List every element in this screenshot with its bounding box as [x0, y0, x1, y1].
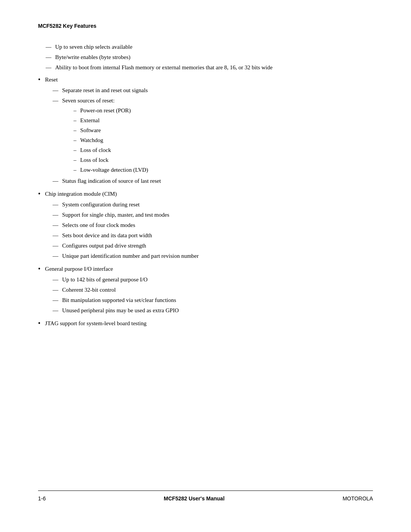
dash-short-icon: – — [73, 165, 76, 174]
main-content: — Up to seven chip selects available — B… — [38, 41, 373, 490]
list-item: — Bit manipulation supported via set/cle… — [53, 296, 179, 305]
dash-item-text: Configures output pad drive strength — [62, 241, 146, 250]
dash-icon: — — [53, 176, 58, 185]
list-item: — Support for single chip, master, and t… — [53, 210, 199, 219]
dash-short-item-text: Watchdog — [80, 136, 103, 145]
list-item: — Up to seven chip selects available — [46, 42, 373, 51]
dash-icon: — — [53, 96, 58, 105]
dash-item-text: Byte/write enables (byte strobes) — [55, 53, 131, 62]
dash-item-text: Support for single chip, master, and tes… — [62, 210, 169, 219]
dash-short-icon: – — [73, 145, 76, 155]
bullet-content: Reset — Separate reset in and reset out … — [45, 75, 161, 187]
dash-item-text: Unique part identification number and pa… — [62, 251, 199, 260]
bullet-icon: • — [38, 264, 40, 274]
dash-icon: — — [46, 53, 51, 62]
dash-item-text: Seven sources of reset: — [62, 97, 115, 104]
top-dash-list: — Up to seven chip selects available — B… — [46, 42, 373, 72]
list-item: — Unused peripheral pins may be used as … — [53, 306, 179, 315]
list-item: — Separate reset in and reset out signal… — [53, 86, 161, 95]
dash-short-item-text: Loss of clock — [80, 145, 111, 155]
dash-icon: — — [53, 86, 58, 95]
list-item: – Power-on reset (POR) — [73, 106, 148, 115]
dash-item-text: Up to 142 bits of general purpose I/O — [62, 275, 148, 284]
dash-icon: — — [53, 231, 58, 240]
dash-item-text: Bit manipulation supported via set/clear… — [62, 296, 176, 305]
bullet-icon: • — [38, 75, 40, 85]
dash-icon: — — [53, 210, 58, 219]
dash-item-text: Up to seven chip selects available — [55, 42, 132, 51]
list-item: – Software — [73, 126, 148, 135]
list-item: — Sets boot device and its data port wid… — [53, 231, 199, 240]
footer-page-number: 1-6 — [38, 495, 46, 502]
dash-short-item-text: Loss of lock — [80, 155, 108, 165]
reset-sub-list: — Separate reset in and reset out signal… — [53, 86, 161, 185]
dash-short-item-text: Power-on reset (POR) — [80, 106, 131, 115]
list-item: – Low-voltage detection (LVD) — [73, 165, 148, 174]
list-item: – Loss of clock — [73, 145, 148, 155]
dash-short-icon: – — [73, 126, 76, 135]
dash-short-icon: – — [73, 136, 76, 145]
bullet-label: Reset — [45, 77, 57, 83]
bullet-list: • Reset — Separate reset in and reset ou… — [38, 75, 373, 329]
dash-short-item-text: External — [80, 116, 100, 125]
list-item: – Loss of lock — [73, 155, 148, 165]
bullet-label: General purpose I/O interface — [45, 266, 113, 272]
dash-icon: — — [53, 220, 58, 230]
gpio-sub-list: — Up to 142 bits of general purpose I/O … — [53, 275, 179, 315]
list-item: — Selects one of four clock modes — [53, 220, 199, 230]
bullet-content: Chip integration module (CIM) — System c… — [45, 189, 199, 262]
dash-icon: — — [53, 296, 58, 305]
list-item: — Ability to boot from internal Flash me… — [46, 63, 373, 72]
bullet-icon: • — [38, 318, 40, 329]
list-item: – External — [73, 116, 148, 125]
dash-item-with-sub: Seven sources of reset: – Power-on reset… — [62, 96, 148, 175]
dash-item-text: Status flag indication of source of last… — [62, 176, 161, 185]
bullet-label: Chip integration module (CIM) — [45, 191, 117, 197]
dash-icon: — — [53, 275, 58, 284]
list-item-reset: • Reset — Separate reset in and reset ou… — [38, 75, 373, 187]
page: MCF5282 Key Features — Up to seven chip … — [0, 0, 411, 532]
dash-item-text: Coherent 32-bit control — [62, 285, 116, 294]
dash-short-item-text: Software — [80, 126, 101, 135]
list-item: — System configuration during reset — [53, 200, 199, 209]
dash-icon: — — [53, 251, 58, 260]
dash-icon: — — [46, 42, 51, 51]
cim-sub-list: — System configuration during reset — Su… — [53, 200, 199, 260]
header-title: MCF5282 Key Features — [38, 23, 96, 29]
list-item: — Configures output pad drive strength — [53, 241, 199, 250]
dash-item-text: Selects one of four clock modes — [62, 220, 135, 230]
footer-brand: MOTOROLA — [342, 495, 373, 502]
dash-icon: — — [46, 63, 51, 72]
list-item-jtag: • JTAG support for system-level board te… — [38, 319, 373, 329]
dash-short-icon: – — [73, 116, 76, 125]
dash-short-item-text: Low-voltage detection (LVD) — [80, 165, 148, 174]
list-item: — Byte/write enables (byte strobes) — [46, 53, 373, 62]
bullet-content: JTAG support for system-level board test… — [45, 319, 147, 328]
bullet-icon: • — [38, 189, 40, 199]
dash-icon: — — [53, 306, 58, 315]
dash-icon: — — [53, 285, 58, 294]
list-item: — Seven sources of reset: – Power-on res… — [53, 96, 161, 175]
page-header: MCF5282 Key Features — [38, 23, 373, 29]
list-item: — Up to 142 bits of general purpose I/O — [53, 275, 179, 284]
dash-icon: — — [53, 200, 58, 209]
dash-icon: — — [53, 241, 58, 250]
dash-item-text: Ability to boot from internal Flash memo… — [55, 63, 272, 72]
list-item-cim: • Chip integration module (CIM) — System… — [38, 189, 373, 262]
dash-short-icon: – — [73, 155, 76, 165]
dash-short-icon: – — [73, 106, 76, 115]
list-item-gpio: • General purpose I/O interface — Up to … — [38, 264, 373, 316]
sources-sub-list: – Power-on reset (POR) – External – — [73, 106, 148, 174]
dash-item-text: System configuration during reset — [62, 200, 140, 209]
bullet-label: JTAG support for system-level board test… — [45, 320, 147, 326]
page-footer: 1-6 MCF5282 User's Manual MOTOROLA — [38, 490, 373, 502]
footer-title: MCF5282 User's Manual — [164, 495, 225, 502]
list-item: — Status flag indication of source of la… — [53, 176, 161, 185]
dash-item-text: Separate reset in and reset out signals — [62, 86, 148, 95]
dash-item-text: Sets boot device and its data port width — [62, 231, 152, 240]
dash-item-text: Unused peripheral pins may be used as ex… — [62, 306, 179, 315]
bullet-content: General purpose I/O interface — Up to 14… — [45, 264, 179, 316]
list-item: – Watchdog — [73, 136, 148, 145]
list-item: — Coherent 32-bit control — [53, 285, 179, 294]
list-item: — Unique part identification number and … — [53, 251, 199, 260]
